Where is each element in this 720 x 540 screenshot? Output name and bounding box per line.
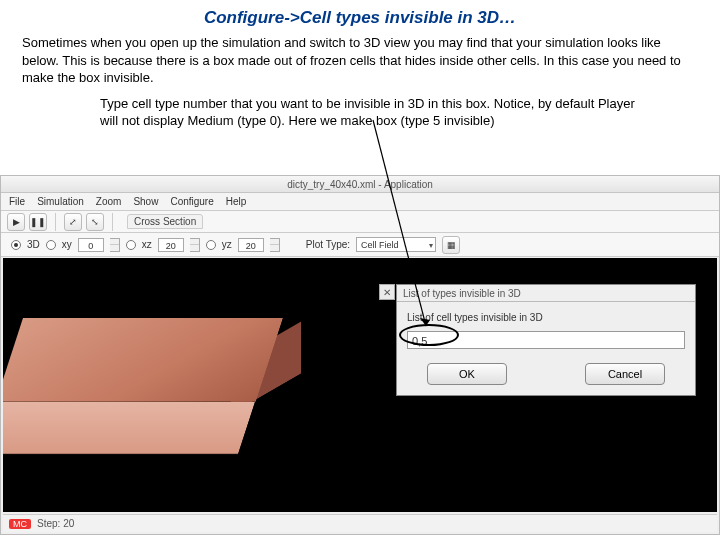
zoom-in-button[interactable]: ⤢ [64, 213, 82, 231]
yz-value[interactable]: 20 [238, 238, 264, 252]
menubar: File Simulation Zoom Show Configure Help [1, 193, 719, 211]
instruction-paragraph: Type cell type number that you want to b… [0, 95, 720, 134]
menu-zoom[interactable]: Zoom [96, 196, 122, 207]
invisible-types-dialog: ✕ List of types invisible in 3D List of … [396, 284, 696, 396]
zoom-out-button[interactable]: ⤡ [86, 213, 104, 231]
toolbar: ▶ ❚❚ ⤢ ⤡ Cross Section [1, 211, 719, 233]
xy-spinner[interactable] [110, 238, 120, 252]
label-xy: xy [62, 239, 72, 250]
dialog-label: List of cell types invisible in 3D [407, 312, 685, 323]
menu-simulation[interactable]: Simulation [37, 196, 84, 207]
plot-type-label: Plot Type: [306, 239, 350, 250]
menu-show[interactable]: Show [133, 196, 158, 207]
label-xz: xz [142, 239, 152, 250]
plot-type-combo[interactable]: Cell Field [356, 237, 436, 252]
cancel-button[interactable]: Cancel [585, 363, 665, 385]
radio-yz[interactable] [206, 240, 216, 250]
yz-spinner[interactable] [270, 238, 280, 252]
app-titlebar: dicty_try_40x40.xml - Application [1, 176, 719, 193]
menu-configure[interactable]: Configure [170, 196, 213, 207]
app-window: dicty_try_40x40.xml - Application File S… [0, 175, 720, 535]
statusbar: MC Step: 20 [3, 514, 717, 532]
ok-button[interactable]: OK [427, 363, 507, 385]
invisible-types-input[interactable]: 0,5 [407, 331, 685, 349]
projection-row: 3D xy 0 xz 20 yz 20 Plot Type: Cell Fiel… [1, 233, 719, 257]
palette-button[interactable]: ▦ [442, 236, 460, 254]
status-text: Step: 20 [37, 518, 74, 529]
cross-section-label: Cross Section [127, 214, 203, 229]
menu-help[interactable]: Help [226, 196, 247, 207]
mc-badge: MC [9, 519, 31, 529]
menu-file[interactable]: File [9, 196, 25, 207]
label-yz: yz [222, 239, 232, 250]
radio-xy[interactable] [46, 240, 56, 250]
radio-xz[interactable] [126, 240, 136, 250]
toolbar-divider [55, 213, 56, 231]
pause-button[interactable]: ❚❚ [29, 213, 47, 231]
label-3d: 3D [27, 239, 40, 250]
dialog-title-text: List of types invisible in 3D [403, 288, 521, 299]
xz-value[interactable]: 20 [158, 238, 184, 252]
xz-spinner[interactable] [190, 238, 200, 252]
radio-3d[interactable] [11, 240, 21, 250]
close-icon[interactable]: ✕ [379, 284, 395, 300]
toolbar-divider [112, 213, 113, 231]
rendered-box [23, 318, 293, 468]
intro-paragraph: Sometimes when you open up the simulatio… [0, 34, 720, 95]
dialog-titlebar: ✕ List of types invisible in 3D [397, 285, 695, 302]
xy-value[interactable]: 0 [78, 238, 104, 252]
play-button[interactable]: ▶ [7, 213, 25, 231]
page-title: Configure->Cell types invisible in 3D… [0, 0, 720, 34]
screenshot-region: dicty_try_40x40.xml - Application File S… [0, 175, 720, 535]
